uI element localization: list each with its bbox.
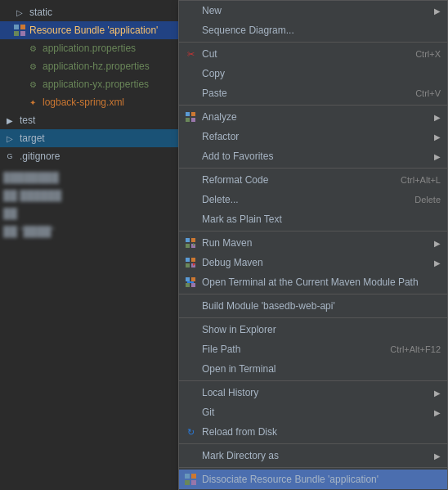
menu-label: Mark Directory as	[202, 450, 431, 461]
tree-item-blurred-2: ██ ██████	[0, 187, 180, 205]
separator-1	[179, 42, 447, 43]
svg-rect-18	[186, 277, 190, 281]
tree-label: ██	[3, 208, 17, 219]
file-icon: G	[3, 150, 16, 163]
menu-item-new[interactable]: New ▶	[179, 1, 447, 20]
tree-label: ████████	[3, 172, 59, 183]
menu-label: Reload from Disk	[202, 426, 441, 438]
svg-rect-0	[14, 25, 19, 29]
submenu-arrow: ▶	[434, 152, 441, 161]
tree-item-resource-bundle[interactable]: Resource Bundle 'application'	[0, 21, 180, 39]
svg-rect-15	[186, 263, 190, 267]
menu-label: New	[202, 5, 431, 16]
svg-rect-10	[186, 244, 190, 248]
tree-label: test	[20, 115, 35, 126]
svg-rect-20	[186, 283, 190, 287]
menu-item-add-favorites[interactable]: Add to Favorites ▶	[179, 146, 447, 166]
menu-item-reload-disk[interactable]: ↻ Reload from Disk	[179, 422, 447, 442]
menu-item-debug-maven[interactable]: Debug Maven ▶	[179, 253, 447, 272]
menu-item-git[interactable]: Git ▶	[179, 402, 447, 422]
tree-item-blurred-1: ████████	[0, 169, 180, 187]
menu-label: Reformat Code	[202, 174, 388, 186]
menu-item-copy[interactable]: Copy	[179, 64, 447, 83]
menu-item-run-maven[interactable]: Run Maven ▶	[179, 233, 447, 253]
folder-icon: ▶	[3, 114, 16, 127]
svg-rect-1	[20, 25, 25, 29]
menu-label: Analyze	[202, 111, 431, 123]
separator-7	[179, 380, 447, 381]
tree-label: application-hz.properties	[43, 61, 150, 72]
tree-item-test[interactable]: ▶ test	[0, 111, 180, 129]
menu-label: Refactor	[202, 131, 431, 142]
analyze-icon	[184, 110, 197, 124]
tree-label: application-yx.properties	[43, 79, 149, 90]
svg-rect-9	[191, 238, 195, 242]
menu-item-mark-directory[interactable]: Mark Directory as ▶	[179, 446, 447, 465]
tree-item-static[interactable]: ▷ static	[0, 3, 180, 21]
menu-label: Debug Maven	[202, 257, 431, 268]
tree-label: Resource Bundle 'application'	[29, 25, 158, 36]
menu-item-sequence-diagram[interactable]: Sequence Diagram...	[179, 20, 447, 40]
menu-item-show-explorer[interactable]: Show in Explorer	[179, 320, 447, 339]
menu-item-file-path[interactable]: File Path Ctrl+Alt+F12	[179, 339, 447, 359]
tree-item-blurred-4: ██ "████"	[0, 223, 180, 241]
svg-rect-8	[186, 238, 190, 242]
svg-rect-6	[186, 118, 190, 122]
menu-label: Cut	[202, 48, 402, 60]
tree-item-app-yx-props[interactable]: ⚙ application-yx.properties	[0, 75, 180, 93]
separator-6	[179, 317, 447, 318]
svg-rect-5	[191, 112, 195, 116]
menu-label: Delete...	[202, 194, 401, 205]
shortcut: Ctrl+Alt+F12	[390, 344, 441, 354]
menu-label: Mark as Plain Text	[202, 214, 441, 225]
tree-item-app-hz-props[interactable]: ⚙ application-hz.properties	[0, 57, 180, 75]
svg-rect-23	[185, 474, 190, 479]
properties-icon: ⚙	[26, 42, 39, 55]
tree-label: ██ ██████	[3, 190, 61, 201]
tree-label: ██ "████"	[3, 226, 55, 237]
menu-label: Open in Terminal	[202, 363, 441, 375]
svg-rect-3	[20, 31, 25, 36]
menu-item-local-history[interactable]: Local History ▶	[179, 383, 447, 402]
menu-item-mark-plain[interactable]: Mark as Plain Text	[179, 209, 447, 229]
folder-icon: ▷	[13, 6, 26, 19]
menu-item-refactor[interactable]: Refactor ▶	[179, 127, 447, 146]
separator-5	[179, 294, 447, 294]
menu-label: Sequence Diagram...	[202, 25, 441, 36]
menu-label: Run Maven	[202, 237, 431, 249]
svg-rect-14	[191, 258, 195, 262]
tree-item-app-props[interactable]: ⚙ application.properties	[0, 39, 180, 57]
tree-label: logback-spring.xml	[43, 97, 124, 108]
folder-icon: ▷	[3, 132, 16, 145]
menu-item-open-terminal[interactable]: Open in Terminal	[179, 359, 447, 379]
shortcut: Ctrl+Alt+L	[401, 175, 441, 185]
menu-item-build-module[interactable]: Build Module 'basedb-web-api'	[179, 296, 447, 316]
svg-rect-25	[185, 480, 190, 485]
separator-2	[179, 105, 447, 106]
cut-icon: ✂	[184, 47, 197, 61]
svg-rect-7	[191, 118, 195, 122]
submenu-arrow: ▶	[434, 408, 441, 417]
menu-label: Paste	[202, 88, 402, 99]
menu-item-delete[interactable]: Delete... Delete	[179, 190, 447, 209]
debug-maven-icon	[184, 256, 197, 269]
menu-item-analyze[interactable]: Analyze ▶	[179, 107, 447, 127]
tree-item-logback[interactable]: ✦ logback-spring.xml	[0, 93, 180, 111]
tree-label: .gitignore	[20, 151, 60, 162]
xml-icon: ✦	[26, 96, 39, 109]
run-maven-icon	[184, 236, 197, 249]
svg-rect-22	[187, 281, 194, 283]
svg-rect-24	[191, 474, 196, 479]
svg-rect-13	[186, 258, 190, 262]
svg-rect-26	[191, 480, 196, 485]
menu-item-paste[interactable]: Paste Ctrl+V	[179, 83, 447, 103]
resource-bundle-icon	[13, 24, 26, 37]
menu-item-reformat[interactable]: Reformat Code Ctrl+Alt+L	[179, 170, 447, 190]
menu-item-open-terminal-maven[interactable]: Open Terminal at the Current Maven Modul…	[179, 272, 447, 292]
tree-label: static	[29, 7, 52, 18]
menu-item-cut[interactable]: ✂ Cut Ctrl+X	[179, 44, 447, 64]
menu-item-dissociate-bundle[interactable]: Dissociate Resource Bundle 'application'	[179, 470, 447, 489]
tree-item-gitignore[interactable]: G .gitignore	[0, 147, 180, 165]
menu-label: Open Terminal at the Current Maven Modul…	[202, 276, 441, 288]
tree-item-target[interactable]: ▷ target	[0, 129, 180, 147]
